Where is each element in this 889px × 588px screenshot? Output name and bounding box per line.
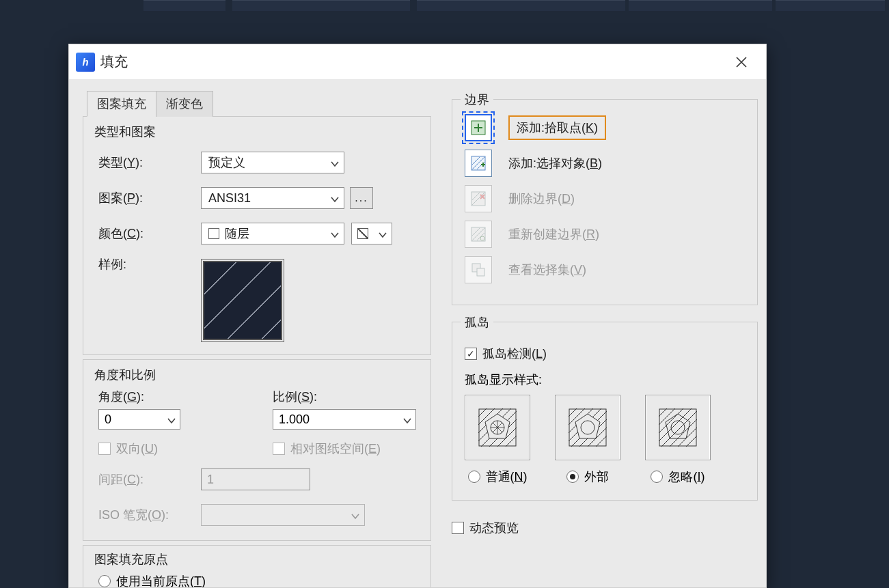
- combo-type-value: 预定义: [208, 154, 245, 171]
- label-spacing: 间距(C):: [98, 471, 201, 488]
- group-hatch-origin: 图案填充原点 使用当前原点(T): [83, 545, 431, 587]
- group-type-pattern: 类型和图案 类型(Y): 预定义 图案(P): ANSI31 ...: [83, 116, 431, 355]
- chevron-down-icon: [167, 415, 176, 424]
- combo-color-value: 随层: [225, 225, 249, 242]
- legend-type-pattern: 类型和图案: [94, 124, 420, 140]
- hatch-dialog: h 填充 图案填充 渐变色 类型和图案 类型(Y): 预定义: [68, 44, 767, 588]
- island-normal-icon: [478, 408, 517, 447]
- island-outer-icon: [569, 408, 607, 447]
- angle-value: 0: [105, 412, 111, 427]
- label-pick-point[interactable]: 添加:拾取点(K): [517, 121, 598, 135]
- label-type: 类型(Y):: [98, 154, 201, 171]
- remove-boundary-icon: [470, 191, 487, 207]
- label-dynamic-preview: 动态预览: [469, 520, 519, 536]
- label-color: 颜色(C):: [98, 225, 201, 242]
- tab-gradient[interactable]: 渐变色: [156, 91, 213, 117]
- label-island-outer: 外部: [584, 468, 609, 485]
- tile-island-ignore[interactable]: [645, 395, 711, 460]
- ribbon-fragment: [776, 0, 885, 11]
- btn-add-select-object[interactable]: [465, 150, 492, 177]
- radio-use-current-origin[interactable]: 使用当前原点(T): [98, 573, 420, 587]
- chevron-down-icon: [330, 229, 340, 238]
- island-ignore-icon: [659, 408, 697, 447]
- sample-swatch[interactable]: [201, 259, 284, 342]
- titlebar: h 填充: [69, 44, 766, 80]
- checkbox-relative-paper: 相对图纸空间(E): [273, 440, 420, 457]
- legend-angle-scale: 角度和比例: [94, 367, 420, 383]
- combo-bg-color[interactable]: [351, 223, 392, 244]
- combo-angle[interactable]: 0: [98, 409, 180, 430]
- combo-scale[interactable]: 1.000: [273, 409, 416, 430]
- legend-boundary: 边界: [461, 92, 493, 108]
- ribbon-fragment: [232, 0, 410, 11]
- legend-origin: 图案填充原点: [94, 551, 420, 568]
- svg-marker-14: [666, 414, 690, 438]
- label-remove-boundary: 删除边界(D): [508, 191, 575, 207]
- input-spacing: 1: [201, 468, 310, 490]
- pattern-browse-button[interactable]: ...: [350, 187, 373, 209]
- group-angle-scale: 角度和比例 角度(G): 0 双向(U) 比例(S):: [83, 359, 431, 541]
- legend-island: 孤岛: [461, 314, 493, 331]
- no-fill-icon: [357, 228, 368, 239]
- btn-recreate-boundary: [465, 221, 492, 248]
- radio-island-normal[interactable]: 普通(N): [468, 468, 528, 485]
- dialog-title: 填充: [100, 53, 128, 71]
- checkbox-dynamic-preview[interactable]: 动态预览: [452, 520, 758, 536]
- tile-island-outer[interactable]: [555, 395, 620, 460]
- tabs: 图案填充 渐变色: [87, 91, 431, 117]
- combo-type[interactable]: 预定义: [201, 152, 344, 173]
- tile-island-normal[interactable]: [465, 395, 530, 460]
- label-scale: 比例(S):: [273, 389, 420, 405]
- view-selection-icon: [470, 262, 487, 278]
- ribbon-fragment: [143, 0, 225, 11]
- label-view-selection: 查看选择集(V): [508, 262, 586, 278]
- close-icon: [735, 56, 748, 68]
- group-island: 孤岛 孤岛检测(L) 孤岛显示样式:: [452, 322, 758, 501]
- recreate-boundary-icon: [470, 226, 487, 242]
- combo-color[interactable]: 随层: [201, 223, 344, 244]
- chevron-down-icon: [330, 158, 340, 167]
- pick-point-icon: [470, 120, 487, 136]
- svg-point-15: [671, 421, 685, 434]
- tab-pattern-fill[interactable]: 图案填充: [87, 91, 156, 117]
- chevron-down-icon: [378, 229, 387, 238]
- radio-island-ignore[interactable]: 忽略(I): [651, 468, 705, 485]
- radio-island-outer[interactable]: 外部: [566, 468, 609, 485]
- chevron-down-icon: [330, 193, 340, 203]
- highlight-pick-point: 添加:拾取点(K): [508, 115, 606, 140]
- label-pattern: 图案(P):: [98, 190, 201, 206]
- checkbox-island-detect[interactable]: 孤岛检测(L): [465, 346, 745, 362]
- scale-value: 1.000: [279, 412, 310, 427]
- btn-view-selection: [465, 256, 492, 283]
- chevron-down-icon: [402, 415, 412, 424]
- btn-remove-boundary: [465, 185, 492, 212]
- chevron-down-icon: [351, 510, 360, 520]
- checkbox-double: 双向(U): [98, 440, 245, 457]
- label-recreate-boundary: 重新创建边界(R): [508, 226, 599, 242]
- combo-iso-pen: [201, 504, 365, 526]
- select-object-icon: [470, 155, 487, 171]
- ribbon-fragment: [417, 0, 625, 11]
- combo-pattern[interactable]: ANSI31: [201, 187, 344, 209]
- svg-rect-13: [659, 409, 696, 446]
- btn-add-pick-point[interactable]: [465, 114, 492, 141]
- ribbon-fragment: [629, 0, 772, 11]
- svg-point-12: [581, 421, 594, 434]
- label-island-style: 孤岛显示样式:: [465, 372, 745, 388]
- label-sample: 样例:: [98, 256, 201, 272]
- combo-pattern-value: ANSI31: [208, 191, 251, 206]
- close-button[interactable]: [728, 48, 755, 76]
- app-icon: h: [76, 53, 95, 72]
- spacing-value: 1: [207, 473, 214, 487]
- svg-rect-6: [477, 268, 484, 276]
- label-select-object[interactable]: 添加:选择对象(B): [508, 155, 602, 171]
- group-boundary: 边界 添加:拾取点(K): [452, 99, 758, 305]
- label-iso-pen: ISO 笔宽(O):: [98, 507, 201, 523]
- label-angle: 角度(G):: [98, 389, 245, 405]
